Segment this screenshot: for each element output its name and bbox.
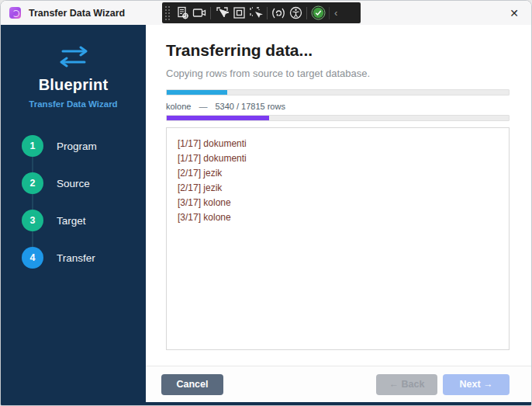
table-progress-fill [167,116,269,120]
footer: Cancel ← Back Next → [146,366,531,402]
overall-progress-bar [166,89,510,95]
window-body: Blueprint Transfer Data Wizard 1Program2… [1,25,531,402]
app-window: Transfer Data Wizard ‹ ✕ Blueprint Trans… [0,0,532,406]
brand-name: Blueprint [39,76,109,94]
step-number-badge: 3 [22,210,43,231]
step-connector [32,231,33,247]
step-label: Transfer [57,252,95,264]
overall-progress-fill [167,90,227,95]
step-source: 2Source [22,172,146,194]
annotate-script-icon[interactable] [174,5,191,22]
step-program: 1Program [22,135,146,157]
page-subtitle: Copying rows from source to target datab… [166,68,510,79]
toolbar-separator [306,7,307,19]
content-area: Transferring data... Copying rows from s… [146,25,531,366]
toolbar-separator [210,7,211,19]
cursor-select-icon[interactable] [213,5,230,22]
label-dash: — [199,102,207,111]
transfer-log[interactable]: [1/17] dokumenti[1/17] dokumenti[2/17] j… [166,127,510,350]
step-label: Source [57,178,90,189]
brand-subtitle: Transfer Data Wizard [29,99,117,109]
step-connector [32,194,33,210]
step-number-badge: 2 [22,172,43,194]
log-entry: [2/17] jezik [178,181,498,196]
titlebar: Transfer Data Wizard ‹ ✕ [1,1,531,25]
log-entry: [3/17] kolone [178,210,498,225]
next-button[interactable]: Next → [443,374,510,395]
collapse-toolbar-icon[interactable]: ‹ [332,5,340,22]
toolbar-drag-handle[interactable] [164,5,171,20]
step-transfer: 4Transfer [22,247,146,269]
stepper: 1Program2Source3Target4Transfer [1,135,146,269]
sync-icon[interactable] [270,5,287,22]
camera-icon[interactable] [191,5,208,22]
transfer-arrows-icon [57,46,90,68]
cancel-button[interactable]: Cancel [161,374,223,395]
back-button[interactable]: ← Back [376,374,437,395]
window-bottom-edge [1,402,531,405]
log-entry: [1/17] dokumenti [178,137,498,151]
page-title: Transferring data... [166,41,510,60]
step-target: 3Target [22,210,146,231]
table-name: kolone [166,102,191,111]
region-select-icon[interactable] [230,5,247,22]
status-check-icon[interactable] [309,5,326,22]
capture-toolbar[interactable]: ‹ [162,2,361,23]
step-number-badge: 4 [22,247,43,269]
step-label: Program [57,141,97,152]
window-title: Transfer Data Wizard [29,8,125,19]
step-connector [32,157,33,172]
sidebar: Blueprint Transfer Data Wizard 1Program2… [1,25,146,402]
log-entry: [2/17] jezik [178,166,498,181]
table-progress-bar [166,115,510,121]
close-button[interactable]: ✕ [497,1,531,25]
step-number-badge: 1 [22,135,43,157]
row-counts: 5340 / 17815 rows [215,102,285,111]
app-icon [9,7,21,19]
main-panel: Transferring data... Copying rows from s… [146,25,531,402]
toolbar-separator [267,7,268,19]
toolbar-separator [329,7,330,19]
cursor-capture-icon[interactable] [247,5,264,22]
accessibility-icon[interactable] [287,5,304,22]
log-entry: [1/17] dokumenti [178,151,498,166]
table-progress-label: kolone — 5340 / 17815 rows [166,102,510,111]
step-label: Target [57,215,86,227]
log-entry: [3/17] kolone [178,196,498,210]
